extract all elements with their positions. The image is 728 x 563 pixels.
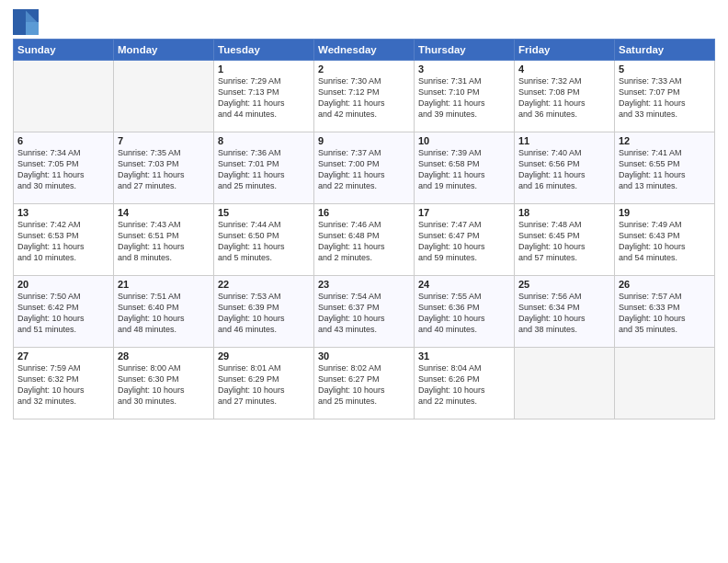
calendar-cell: 24Sunrise: 7:55 AM Sunset: 6:36 PM Dayli… xyxy=(415,276,515,348)
day-header-sunday: Sunday xyxy=(14,40,114,61)
calendar-cell: 21Sunrise: 7:51 AM Sunset: 6:40 PM Dayli… xyxy=(114,276,214,348)
day-number: 19 xyxy=(619,207,711,218)
calendar-cell xyxy=(14,61,114,132)
day-detail: Sunrise: 7:39 AM Sunset: 6:58 PM Dayligh… xyxy=(418,147,510,192)
day-detail: Sunrise: 8:04 AM Sunset: 6:26 PM Dayligh… xyxy=(418,362,510,408)
day-detail: Sunrise: 7:57 AM Sunset: 6:33 PM Dayligh… xyxy=(619,291,711,336)
calendar-cell: 9Sunrise: 7:37 AM Sunset: 7:00 PM Daylig… xyxy=(314,132,415,204)
day-number: 12 xyxy=(619,135,711,146)
calendar-week-4: 27Sunrise: 7:59 AM Sunset: 6:32 PM Dayli… xyxy=(14,348,715,419)
calendar-table: SundayMondayTuesdayWednesdayThursdayFrid… xyxy=(13,39,715,419)
day-detail: Sunrise: 7:37 AM Sunset: 7:00 PM Dayligh… xyxy=(318,147,410,192)
calendar-cell: 14Sunrise: 7:43 AM Sunset: 6:51 PM Dayli… xyxy=(114,204,214,276)
calendar-cell: 1Sunrise: 7:29 AM Sunset: 7:13 PM Daylig… xyxy=(214,61,314,132)
day-detail: Sunrise: 8:02 AM Sunset: 6:27 PM Dayligh… xyxy=(318,362,410,408)
day-detail: Sunrise: 7:35 AM Sunset: 7:03 PM Dayligh… xyxy=(118,147,210,192)
calendar-cell: 25Sunrise: 7:56 AM Sunset: 6:34 PM Dayli… xyxy=(515,276,615,348)
calendar-week-0: 1Sunrise: 7:29 AM Sunset: 7:13 PM Daylig… xyxy=(14,61,715,132)
day-number: 28 xyxy=(118,350,210,362)
day-detail: Sunrise: 7:50 AM Sunset: 6:42 PM Dayligh… xyxy=(17,291,109,336)
day-number: 18 xyxy=(518,207,610,218)
day-detail: Sunrise: 7:36 AM Sunset: 7:01 PM Dayligh… xyxy=(218,147,310,192)
calendar-cell: 16Sunrise: 7:46 AM Sunset: 6:48 PM Dayli… xyxy=(314,204,415,276)
calendar-cell xyxy=(114,61,214,132)
day-detail: Sunrise: 7:48 AM Sunset: 6:45 PM Dayligh… xyxy=(518,219,610,264)
day-number: 6 xyxy=(17,135,109,146)
svg-rect-0 xyxy=(13,9,26,22)
day-detail: Sunrise: 7:40 AM Sunset: 6:56 PM Dayligh… xyxy=(518,147,610,192)
day-number: 10 xyxy=(418,135,510,146)
header xyxy=(13,9,715,35)
day-number: 25 xyxy=(518,279,610,290)
day-number: 8 xyxy=(218,135,310,146)
day-detail: Sunrise: 7:59 AM Sunset: 6:32 PM Dayligh… xyxy=(17,362,109,408)
day-header-saturday: Saturday xyxy=(615,40,715,61)
day-detail: Sunrise: 7:29 AM Sunset: 7:13 PM Dayligh… xyxy=(218,75,310,121)
calendar-cell: 6Sunrise: 7:34 AM Sunset: 7:05 PM Daylig… xyxy=(14,132,114,204)
calendar-cell: 29Sunrise: 8:01 AM Sunset: 6:29 PM Dayli… xyxy=(214,348,314,419)
logo xyxy=(13,9,42,35)
day-detail: Sunrise: 7:54 AM Sunset: 6:37 PM Dayligh… xyxy=(318,291,410,336)
day-detail: Sunrise: 8:01 AM Sunset: 6:29 PM Dayligh… xyxy=(218,362,310,408)
day-number: 2 xyxy=(318,63,410,75)
day-header-wednesday: Wednesday xyxy=(314,40,415,61)
calendar-cell: 23Sunrise: 7:54 AM Sunset: 6:37 PM Dayli… xyxy=(314,276,415,348)
day-detail: Sunrise: 7:55 AM Sunset: 6:36 PM Dayligh… xyxy=(418,291,510,336)
day-number: 5 xyxy=(619,63,711,75)
calendar-cell: 17Sunrise: 7:47 AM Sunset: 6:47 PM Dayli… xyxy=(415,204,515,276)
logo-icon xyxy=(13,9,39,35)
calendar-cell: 27Sunrise: 7:59 AM Sunset: 6:32 PM Dayli… xyxy=(14,348,114,419)
calendar-cell: 13Sunrise: 7:42 AM Sunset: 6:53 PM Dayli… xyxy=(14,204,114,276)
day-detail: Sunrise: 7:56 AM Sunset: 6:34 PM Dayligh… xyxy=(518,291,610,336)
day-detail: Sunrise: 7:51 AM Sunset: 6:40 PM Dayligh… xyxy=(118,291,210,336)
calendar-cell: 12Sunrise: 7:41 AM Sunset: 6:55 PM Dayli… xyxy=(615,132,715,204)
calendar-cell: 20Sunrise: 7:50 AM Sunset: 6:42 PM Dayli… xyxy=(14,276,114,348)
calendar-cell: 19Sunrise: 7:49 AM Sunset: 6:43 PM Dayli… xyxy=(615,204,715,276)
day-number: 15 xyxy=(218,207,310,218)
day-number: 17 xyxy=(418,207,510,218)
day-number: 13 xyxy=(17,207,109,218)
day-detail: Sunrise: 7:49 AM Sunset: 6:43 PM Dayligh… xyxy=(619,219,711,264)
day-header-thursday: Thursday xyxy=(415,40,515,61)
day-detail: Sunrise: 7:47 AM Sunset: 6:47 PM Dayligh… xyxy=(418,219,510,264)
calendar-cell: 4Sunrise: 7:32 AM Sunset: 7:08 PM Daylig… xyxy=(515,61,615,132)
day-detail: Sunrise: 7:46 AM Sunset: 6:48 PM Dayligh… xyxy=(318,219,410,264)
day-detail: Sunrise: 7:34 AM Sunset: 7:05 PM Dayligh… xyxy=(17,147,109,192)
day-detail: Sunrise: 8:00 AM Sunset: 6:30 PM Dayligh… xyxy=(118,362,210,408)
calendar-cell: 31Sunrise: 8:04 AM Sunset: 6:26 PM Dayli… xyxy=(415,348,515,419)
day-number: 31 xyxy=(418,350,510,362)
day-number: 1 xyxy=(218,63,310,75)
calendar-cell: 5Sunrise: 7:33 AM Sunset: 7:07 PM Daylig… xyxy=(615,61,715,132)
day-number: 16 xyxy=(318,207,410,218)
calendar-week-1: 6Sunrise: 7:34 AM Sunset: 7:05 PM Daylig… xyxy=(14,132,715,204)
day-header-friday: Friday xyxy=(515,40,615,61)
header-row: SundayMondayTuesdayWednesdayThursdayFrid… xyxy=(14,40,715,61)
day-number: 9 xyxy=(318,135,410,146)
calendar-cell: 8Sunrise: 7:36 AM Sunset: 7:01 PM Daylig… xyxy=(214,132,314,204)
calendar-cell xyxy=(615,348,715,419)
day-number: 7 xyxy=(118,135,210,146)
day-number: 4 xyxy=(518,63,610,75)
svg-rect-2 xyxy=(13,22,26,35)
day-number: 29 xyxy=(218,350,310,362)
calendar-cell: 3Sunrise: 7:31 AM Sunset: 7:10 PM Daylig… xyxy=(415,61,515,132)
day-header-monday: Monday xyxy=(114,40,214,61)
calendar-cell: 18Sunrise: 7:48 AM Sunset: 6:45 PM Dayli… xyxy=(515,204,615,276)
calendar-cell: 28Sunrise: 8:00 AM Sunset: 6:30 PM Dayli… xyxy=(114,348,214,419)
day-header-tuesday: Tuesday xyxy=(214,40,314,61)
calendar-cell: 10Sunrise: 7:39 AM Sunset: 6:58 PM Dayli… xyxy=(415,132,515,204)
day-number: 27 xyxy=(17,350,109,362)
day-number: 30 xyxy=(318,350,410,362)
calendar-week-2: 13Sunrise: 7:42 AM Sunset: 6:53 PM Dayli… xyxy=(14,204,715,276)
day-number: 21 xyxy=(118,279,210,290)
calendar-cell: 22Sunrise: 7:53 AM Sunset: 6:39 PM Dayli… xyxy=(214,276,314,348)
day-detail: Sunrise: 7:41 AM Sunset: 6:55 PM Dayligh… xyxy=(619,147,711,192)
day-number: 26 xyxy=(619,279,711,290)
main-container: SundayMondayTuesdayWednesdayThursdayFrid… xyxy=(0,0,728,425)
day-detail: Sunrise: 7:43 AM Sunset: 6:51 PM Dayligh… xyxy=(118,219,210,264)
day-detail: Sunrise: 7:30 AM Sunset: 7:12 PM Dayligh… xyxy=(318,75,410,121)
calendar-cell: 30Sunrise: 8:02 AM Sunset: 6:27 PM Dayli… xyxy=(314,348,415,419)
day-number: 20 xyxy=(17,279,109,290)
day-detail: Sunrise: 7:53 AM Sunset: 6:39 PM Dayligh… xyxy=(218,291,310,336)
day-detail: Sunrise: 7:33 AM Sunset: 7:07 PM Dayligh… xyxy=(619,75,711,121)
